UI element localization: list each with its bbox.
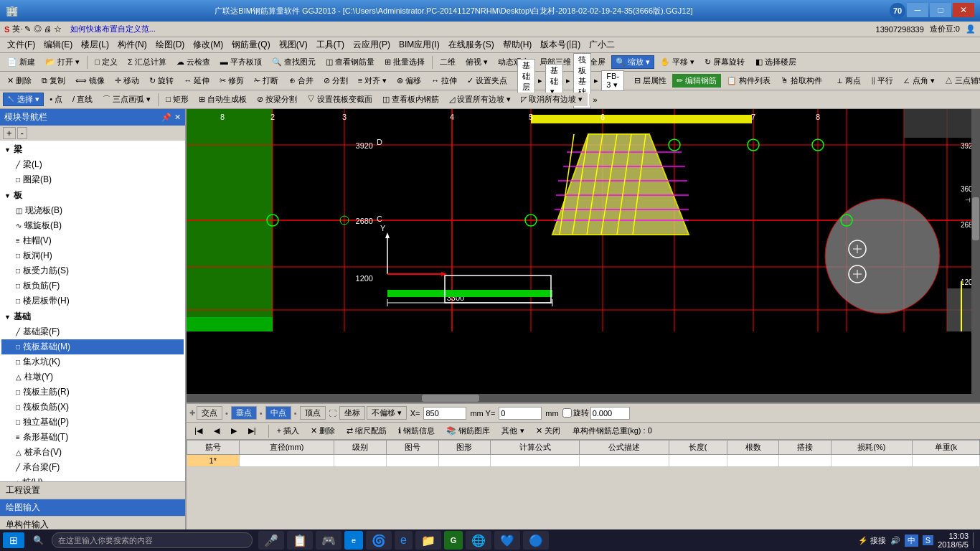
tree-item-raft[interactable]: □ 筏板基础(M): [1, 339, 184, 354]
btn-snap-perpendicular[interactable]: 垂点: [231, 406, 257, 420]
td-figno[interactable]: [386, 455, 438, 467]
btn-define[interactable]: □ 定义: [90, 55, 122, 69]
btn-merge[interactable]: ⊕ 合并: [285, 74, 318, 88]
btn-break[interactable]: ✁ 打断: [250, 74, 283, 88]
sidebar-add[interactable]: +: [3, 127, 16, 139]
td-length[interactable]: [669, 455, 727, 467]
btn-batch-select[interactable]: ⊞ 批量选择: [380, 55, 429, 69]
menu-modify[interactable]: 修改(M): [189, 37, 227, 52]
btn-snap-intersection[interactable]: 交点: [197, 406, 222, 420]
btn-view-rebar[interactable]: ◫ 查看钢筋量: [321, 55, 379, 69]
lang-indicator[interactable]: 中: [905, 534, 918, 547]
y-input[interactable]: [499, 407, 542, 420]
start-btn[interactable]: ⊞: [3, 532, 24, 548]
menu-cloud[interactable]: 云应用(P): [349, 37, 395, 52]
sidebar-pin[interactable]: 📌: [161, 113, 171, 122]
btn-rotate2[interactable]: ↻ 旋转: [145, 74, 178, 88]
menu-rebar[interactable]: 钢筋量(Q): [227, 37, 274, 52]
tree-item-cast-slab[interactable]: ◫ 现浇板(B): [1, 203, 184, 218]
ime-indicator[interactable]: S: [923, 535, 933, 545]
menu-tools[interactable]: 工具(T): [312, 37, 349, 52]
btn-mirror[interactable]: ⟺ 镜像: [71, 74, 109, 88]
taskbar-app-g[interactable]: G: [444, 531, 463, 550]
btn-snap-midpoint[interactable]: 中点: [265, 406, 291, 420]
taskbar-app-ie[interactable]: e: [395, 531, 413, 550]
btn-2d[interactable]: 二维: [435, 55, 460, 69]
tree-item-slab-rebar[interactable]: □ 板受力筋(S): [1, 263, 184, 278]
btn-split-beam[interactable]: ⊘ 按梁分割: [253, 93, 301, 106]
menu-assistant[interactable]: 广小二: [585, 37, 619, 52]
btn-rebar-lib[interactable]: 📚 钢筋图库: [441, 424, 495, 438]
btn-nav-next[interactable]: ▶: [226, 425, 242, 437]
tree-item-beam-l[interactable]: ╱ 梁(L): [1, 157, 184, 172]
td-diam[interactable]: [239, 455, 334, 467]
rotate-checkbox[interactable]: [562, 408, 572, 418]
btn-align[interactable]: ≡ 对齐 ▾: [354, 74, 392, 88]
cad-canvas-area[interactable]: Y 3300 3920 2680: [187, 109, 980, 402]
sidebar-close[interactable]: ✕: [174, 113, 181, 122]
btn-delete[interactable]: ✕ 删除: [3, 74, 36, 88]
menu-bim[interactable]: BIM应用(I): [395, 37, 444, 52]
td-count[interactable]: [727, 455, 779, 467]
table-row[interactable]: 1*: [187, 455, 980, 467]
btn-insert-rebar[interactable]: + 插入: [272, 424, 304, 438]
btn-stretch[interactable]: ↔ 拉伸: [427, 74, 461, 88]
menu-component[interactable]: 构件(N): [113, 37, 151, 52]
btn-trim[interactable]: ✂ 修剪: [215, 74, 248, 88]
btn-rebar-info[interactable]: ℹ 钢筋信息: [393, 424, 440, 438]
td-barno[interactable]: 1*: [187, 455, 240, 467]
btn-comp-list[interactable]: 📋 构件列表: [722, 74, 775, 88]
x-input[interactable]: [423, 407, 466, 420]
btn-align-top[interactable]: ▬ 平齐板顶: [216, 55, 266, 69]
tree-header-beam[interactable]: ▼ 梁: [1, 142, 184, 157]
btn-point-angle[interactable]: ∠ 点角 ▾: [899, 74, 938, 88]
tree-item-column-pier[interactable]: △ 柱墩(Y): [1, 369, 184, 385]
btn-rect[interactable]: □ 矩形: [161, 93, 193, 106]
btn-edit-rebar[interactable]: ✏ 编辑钢筋: [672, 74, 721, 88]
td-loss[interactable]: [831, 455, 913, 467]
menu-layer[interactable]: 楼层(L): [77, 37, 113, 52]
tree-item-slab-hole[interactable]: □ 板洞(H): [1, 248, 184, 263]
btn-draw-input[interactable]: 绘图输入: [0, 499, 185, 517]
taskbar-app-5[interactable]: 🌀: [366, 531, 392, 550]
btn-more[interactable]: »: [589, 94, 602, 105]
btn-zoom[interactable]: 🔍 缩放 ▾: [611, 55, 654, 69]
btn-close-rebar[interactable]: ✕ 关闭: [531, 424, 565, 438]
btn-three-aux[interactable]: △ 三点辅轴 ▾: [941, 74, 980, 88]
btn-nav-last[interactable]: ▶|: [243, 425, 261, 437]
tree-header-foundation[interactable]: ▼ 基础: [1, 309, 184, 324]
tree-item-isolated[interactable]: □ 独立基础(P): [1, 415, 184, 430]
btn-nav-prev[interactable]: ◀: [209, 425, 225, 437]
taskbar-app-1[interactable]: 🎤: [258, 531, 284, 550]
menu-edit[interactable]: 编辑(E): [39, 37, 77, 52]
btn-layer-prop[interactable]: ⊟ 层属性: [630, 74, 671, 88]
tree-header-slab[interactable]: ▼ 板: [1, 188, 184, 203]
rotate-input[interactable]: [590, 407, 630, 420]
btn-snap-top[interactable]: 顶点: [300, 406, 326, 420]
btn-two-points[interactable]: ⊥ 两点: [832, 74, 865, 88]
btn-snap-coord[interactable]: 坐标: [339, 406, 365, 420]
taskbar-app-9[interactable]: 🔵: [523, 531, 549, 550]
menu-file[interactable]: 文件(F): [3, 37, 39, 52]
tree-item-column-cap[interactable]: ≡ 柱帽(V): [1, 233, 184, 248]
btn-project-setup[interactable]: 工程设置: [0, 482, 185, 499]
btn-parallel[interactable]: ∥ 平行: [867, 74, 897, 88]
taskbar-app-folder[interactable]: 📁: [415, 531, 441, 550]
btn-set-slope[interactable]: ◿ 设置所有边坡 ▾: [445, 93, 515, 106]
td-grade[interactable]: [334, 455, 387, 467]
btn-select[interactable]: ↖ 选择 ▾: [3, 93, 44, 106]
taskbar-app-3[interactable]: 🎮: [316, 531, 341, 550]
btn-move[interactable]: ✛ 移动: [110, 74, 143, 88]
btn-view-inner[interactable]: ◫ 查看板内钢筋: [378, 93, 443, 106]
tree-item-foundation-beam[interactable]: ╱ 基础梁(F): [1, 324, 184, 339]
btn-rotate[interactable]: ↻ 屏幕旋转: [700, 55, 749, 69]
btn-arc[interactable]: ⌒ 三点画弧 ▾: [98, 93, 155, 106]
td-weight[interactable]: [912, 455, 979, 467]
show-desktop[interactable]: [973, 532, 977, 548]
btn-set-vertex[interactable]: ✓ 设置夹点: [463, 74, 512, 88]
btn-view-type[interactable]: 俯视 ▾: [461, 55, 492, 69]
menu-view[interactable]: 视图(V): [275, 37, 312, 52]
tree-item-raft-neg[interactable]: □ 筏板负筋(X): [1, 400, 184, 415]
taskbar-app-8[interactable]: 💙: [494, 531, 520, 550]
tree-item-strip[interactable]: ≡ 条形基础(T): [1, 430, 184, 445]
